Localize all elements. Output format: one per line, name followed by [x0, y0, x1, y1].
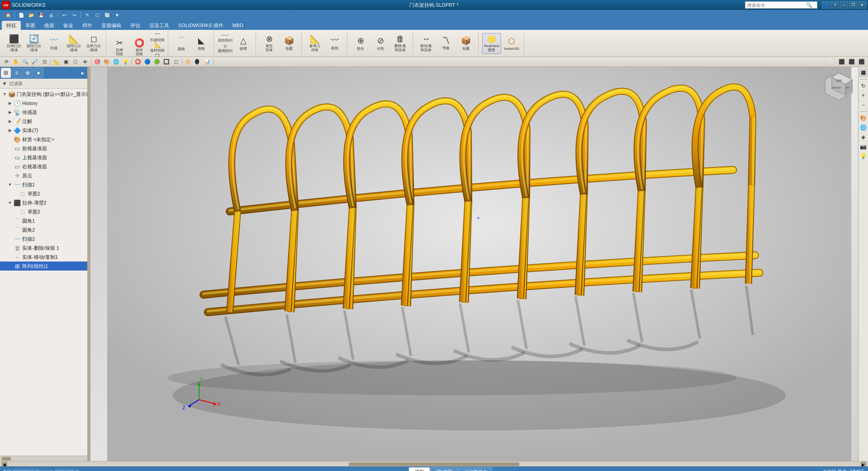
- tree-body-delete[interactable]: 🗑 实体-删除/保留 1: [0, 243, 87, 252]
- circular-pattern-button[interactable]: ⊙ 圆周阵列: [218, 43, 233, 53]
- tree-sketch2[interactable]: □ 草图2: [0, 207, 87, 216]
- move-body-button[interactable]: ↔ 移动/复制实体: [417, 33, 436, 54]
- split-view-4[interactable]: ⬛: [857, 58, 866, 66]
- root-expand[interactable]: ▼: [2, 91, 7, 97]
- rebuild-button[interactable]: 🔄: [103, 11, 112, 19]
- tree-material[interactable]: 🎨 材质 <未指定>: [0, 135, 87, 144]
- tab-sketch[interactable]: 草图: [21, 21, 40, 30]
- wrap2-button[interactable]: 📦 包覆: [456, 33, 475, 54]
- solid-expand[interactable]: ▶: [7, 128, 13, 133]
- tree-fillet2[interactable]: ⌒ 圆角2: [0, 225, 87, 234]
- left-panel-hscroll[interactable]: [0, 456, 87, 461]
- tree-body-move[interactable]: ↔ 实体-移动/复制1: [0, 252, 87, 262]
- sketch-button[interactable]: ✎: [83, 11, 92, 19]
- tab-direct-edit[interactable]: 直接编辑: [97, 21, 126, 30]
- view-palette-tool[interactable]: ▣: [62, 58, 71, 66]
- 3d-view-tab[interactable]: 3D 视图: [430, 467, 458, 471]
- line-series-button[interactable]: 〰〰 线性阵列: [218, 33, 233, 43]
- tree-sweep1[interactable]: ▼ 〰 扫描1: [0, 180, 87, 189]
- feature-tree[interactable]: ▼ 📦 门衣架挂钩 (默认<<默认>_显示状态 1 ▶ 🕐 History ▶ …: [0, 89, 87, 456]
- save-button[interactable]: 💾: [37, 11, 46, 19]
- intersect-button[interactable]: ⊗ 相交实体: [260, 33, 279, 54]
- split-view-2v[interactable]: ⬛: [847, 58, 856, 66]
- search-input[interactable]: [747, 3, 806, 8]
- rotate-tool[interactable]: ⟳: [2, 58, 11, 66]
- sweep1-expand[interactable]: ▼: [7, 182, 13, 187]
- tree-extrude-thin2[interactable]: ▼ ⬛ 拉伸-薄壁2: [0, 198, 87, 207]
- scene-tool[interactable]: 🌐: [112, 58, 121, 66]
- curves-button[interactable]: 〰 曲线: [325, 33, 344, 54]
- tab-sw-addins[interactable]: SOLIDWORKS 插件: [174, 21, 228, 30]
- perspective-tool[interactable]: 📊: [203, 58, 212, 66]
- hscroll-track[interactable]: [7, 462, 861, 466]
- hidden-display[interactable]: ◻: [171, 58, 180, 66]
- fill-display[interactable]: 🟢: [152, 58, 161, 66]
- hscroll-left-btn[interactable]: ◄: [2, 462, 7, 466]
- new-file-button[interactable]: 📄: [17, 11, 26, 19]
- display-style-tool[interactable]: 👁: [81, 58, 90, 66]
- material-expand[interactable]: [7, 137, 13, 142]
- hscroll-right-btn[interactable]: ►: [861, 462, 866, 466]
- tree-pattern-linear[interactable]: ⊞ 阵列(线性)1: [0, 262, 87, 271]
- wire-display[interactable]: 🔲: [162, 58, 171, 66]
- sweep-boss-button[interactable]: 〰 扫描: [44, 33, 63, 54]
- maximize-viewport[interactable]: ⬜: [827, 58, 836, 66]
- zoom-in-button[interactable]: +: [859, 91, 868, 100]
- loft-cut-button[interactable]: 📐 放样切除: [150, 42, 165, 52]
- tree-history[interactable]: ▶ 🕐 History: [0, 99, 87, 108]
- history-expand[interactable]: ▶: [7, 100, 13, 106]
- horizontal-scrollbar[interactable]: ◄ ►: [0, 461, 868, 466]
- wrap-button[interactable]: 📦 包覆: [280, 33, 299, 54]
- ambient-occlusion[interactable]: 🔆: [184, 58, 193, 66]
- help-button[interactable]: ?: [831, 1, 839, 9]
- render-tool[interactable]: 💡: [121, 58, 130, 66]
- property-manager-tab[interactable]: ≡: [12, 68, 22, 78]
- panel-expand-arrow[interactable]: ►: [79, 69, 86, 76]
- options-dropdown-button[interactable]: ▼: [113, 11, 122, 19]
- hide-show-tool[interactable]: 🎯: [93, 58, 102, 66]
- extrude-thin2-expand[interactable]: ▼: [7, 200, 13, 205]
- realview-button[interactable]: 🌟 RealView图形: [482, 33, 501, 54]
- tab-surface[interactable]: 曲面: [40, 21, 59, 30]
- view-cube-button[interactable]: ⬛: [859, 69, 868, 77]
- display-manager-tab[interactable]: ●: [33, 68, 43, 78]
- tab-evaluate[interactable]: 评估: [126, 21, 145, 30]
- split-button[interactable]: ⊘ 分割: [371, 33, 390, 54]
- sweep-cut-button[interactable]: 〰 扫描切除: [150, 32, 165, 42]
- split-view-2h[interactable]: ⬛: [837, 58, 846, 66]
- zoom-out-button[interactable]: −: [859, 101, 868, 109]
- tab-sheet-metal[interactable]: 钣金: [59, 21, 78, 30]
- standard-views-tool[interactable]: 📐: [52, 58, 61, 66]
- home-button[interactable]: 🏠: [4, 11, 13, 19]
- tab-render[interactable]: 渲染工具: [145, 21, 174, 30]
- tree-annotation[interactable]: ▶ 📝 注解: [0, 117, 87, 126]
- tree-root[interactable]: ▼ 📦 门衣架挂钩 (默认<<默认>_显示状态 1: [0, 90, 87, 99]
- shadows-tool[interactable]: 🌒: [193, 58, 202, 66]
- motion-study-tab[interactable]: 运动算例 1: [459, 467, 492, 471]
- close-button[interactable]: ✕: [858, 1, 866, 9]
- section-view-tool[interactable]: ⬡: [71, 58, 80, 66]
- circle-display[interactable]: 🔵: [143, 58, 152, 66]
- hscroll-thumb[interactable]: [2, 457, 11, 461]
- zoom-box-tool[interactable]: 🔎: [30, 58, 39, 66]
- tree-fillet1[interactable]: ⌒ 圆角1: [0, 216, 87, 225]
- boundary-boss-button[interactable]: ◻ 边界凸台/基体: [84, 33, 103, 54]
- chamfer-button[interactable]: ◣ 倒角: [192, 33, 211, 54]
- hscroll-thumb[interactable]: [349, 462, 519, 466]
- model-tab[interactable]: 模型: [409, 467, 430, 471]
- instant3d-button[interactable]: ⬡ Instant3D: [502, 33, 521, 54]
- minimize-button[interactable]: ─: [840, 1, 848, 9]
- tree-sensor[interactable]: ▶ 📡 传感器: [0, 108, 87, 117]
- delete-body-button[interactable]: 🗑 删除/复制实体: [391, 33, 410, 54]
- tab-feature[interactable]: 特征: [2, 21, 21, 30]
- appearance-button[interactable]: 🎨: [859, 114, 868, 122]
- search-bar[interactable]: 🔍: [745, 1, 817, 9]
- zoom-fit-tool[interactable]: ⊡: [40, 58, 49, 66]
- tree-sweep2[interactable]: 〰 扫描2: [0, 234, 87, 243]
- open-file-button[interactable]: 📂: [27, 11, 36, 19]
- ref-geom-button[interactable]: 📐 参考几何体: [305, 33, 324, 54]
- tab-weldment[interactable]: 焊件: [78, 21, 97, 30]
- lights-button[interactable]: 💡: [859, 152, 868, 160]
- tree-front-plane[interactable]: ▭ 前视基准面: [0, 144, 87, 153]
- 3d-viewport[interactable]: X Y Z ⬛ ↻ + − 🎨 🌐 ◈ �: [90, 67, 868, 461]
